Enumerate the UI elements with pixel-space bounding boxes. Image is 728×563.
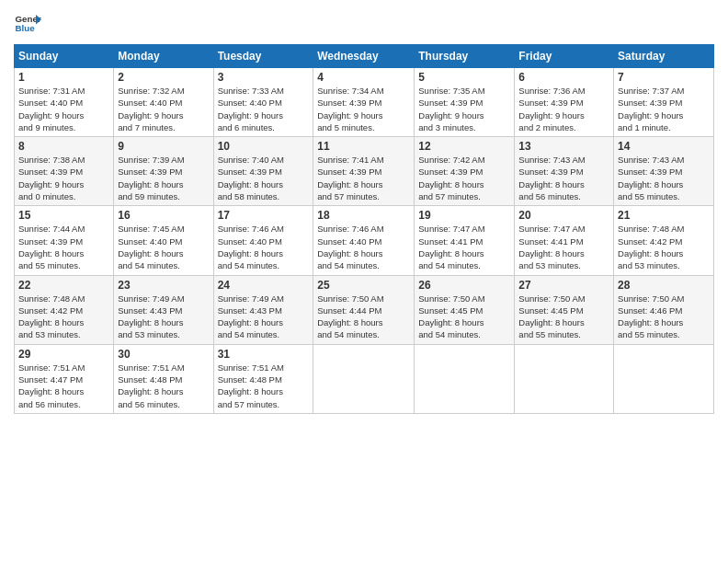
calendar-cell: 24Sunrise: 7:49 AM Sunset: 4:43 PM Dayli… [213,275,313,344]
calendar-cell: 14Sunrise: 7:43 AM Sunset: 4:39 PM Dayli… [614,137,714,206]
day-number: 31 [218,348,310,361]
day-info: Sunrise: 7:45 AM Sunset: 4:40 PM Dayligh… [118,223,209,271]
calendar-cell: 6Sunrise: 7:36 AM Sunset: 4:39 PM Daylig… [515,68,614,137]
calendar-cell: 3Sunrise: 7:33 AM Sunset: 4:40 PM Daylig… [213,68,313,137]
day-info: Sunrise: 7:51 AM Sunset: 4:48 PM Dayligh… [218,362,310,410]
day-info: Sunrise: 7:38 AM Sunset: 4:39 PM Dayligh… [18,154,109,202]
calendar-cell: 26Sunrise: 7:50 AM Sunset: 4:45 PM Dayli… [415,275,515,344]
day-number: 15 [18,209,109,222]
calendar-cell: 15Sunrise: 7:44 AM Sunset: 4:39 PM Dayli… [15,206,114,275]
calendar-cell: 11Sunrise: 7:41 AM Sunset: 4:39 PM Dayli… [313,137,415,206]
day-number: 21 [618,209,710,222]
day-number: 17 [218,209,310,222]
day-number: 14 [618,140,710,153]
calendar-cell: 17Sunrise: 7:46 AM Sunset: 4:40 PM Dayli… [213,206,313,275]
day-number: 12 [418,140,510,153]
day-info: Sunrise: 7:43 AM Sunset: 4:39 PM Dayligh… [618,154,710,202]
day-number: 25 [317,279,410,292]
day-info: Sunrise: 7:37 AM Sunset: 4:39 PM Dayligh… [618,85,710,133]
day-number: 5 [418,71,510,84]
calendar-week-row: 15Sunrise: 7:44 AM Sunset: 4:39 PM Dayli… [15,206,714,275]
day-number: 11 [317,140,410,153]
dow-header: Monday [114,45,213,68]
day-number: 19 [418,209,510,222]
day-number: 27 [518,279,609,292]
calendar-body: 1Sunrise: 7:31 AM Sunset: 4:40 PM Daylig… [15,68,714,414]
day-info: Sunrise: 7:44 AM Sunset: 4:39 PM Dayligh… [18,223,109,271]
calendar-cell [614,344,714,413]
day-info: Sunrise: 7:46 AM Sunset: 4:40 PM Dayligh… [317,223,410,271]
calendar-cell: 9Sunrise: 7:39 AM Sunset: 4:39 PM Daylig… [114,137,213,206]
calendar-week-row: 8Sunrise: 7:38 AM Sunset: 4:39 PM Daylig… [15,137,714,206]
calendar-cell [515,344,614,413]
day-info: Sunrise: 7:50 AM Sunset: 4:46 PM Dayligh… [618,293,710,341]
dow-header: Sunday [15,45,114,68]
days-of-week-row: SundayMondayTuesdayWednesdayThursdayFrid… [15,45,714,68]
calendar-week-row: 22Sunrise: 7:48 AM Sunset: 4:42 PM Dayli… [15,275,714,344]
calendar-cell: 20Sunrise: 7:47 AM Sunset: 4:41 PM Dayli… [515,206,614,275]
day-info: Sunrise: 7:50 AM Sunset: 4:45 PM Dayligh… [418,293,510,341]
day-info: Sunrise: 7:34 AM Sunset: 4:39 PM Dayligh… [317,85,410,133]
calendar-cell: 25Sunrise: 7:50 AM Sunset: 4:44 PM Dayli… [313,275,415,344]
day-info: Sunrise: 7:40 AM Sunset: 4:39 PM Dayligh… [218,154,310,202]
day-info: Sunrise: 7:33 AM Sunset: 4:40 PM Dayligh… [218,85,310,133]
day-info: Sunrise: 7:51 AM Sunset: 4:48 PM Dayligh… [118,362,209,410]
dow-header: Thursday [415,45,515,68]
day-info: Sunrise: 7:35 AM Sunset: 4:39 PM Dayligh… [418,85,510,133]
calendar-cell: 22Sunrise: 7:48 AM Sunset: 4:42 PM Dayli… [15,275,114,344]
calendar-cell: 13Sunrise: 7:43 AM Sunset: 4:39 PM Dayli… [515,137,614,206]
day-number: 1 [18,71,109,84]
calendar-week-row: 29Sunrise: 7:51 AM Sunset: 4:47 PM Dayli… [15,344,714,413]
day-number: 26 [418,279,510,292]
day-number: 22 [18,279,109,292]
day-info: Sunrise: 7:47 AM Sunset: 4:41 PM Dayligh… [518,223,609,271]
day-number: 6 [518,71,609,84]
calendar-cell: 8Sunrise: 7:38 AM Sunset: 4:39 PM Daylig… [15,137,114,206]
day-number: 2 [118,71,209,84]
svg-text:Blue: Blue [16,23,36,33]
calendar-cell [415,344,515,413]
day-number: 24 [218,279,310,292]
day-info: Sunrise: 7:48 AM Sunset: 4:42 PM Dayligh… [18,293,109,341]
day-info: Sunrise: 7:39 AM Sunset: 4:39 PM Dayligh… [118,154,209,202]
day-number: 3 [218,71,310,84]
day-info: Sunrise: 7:32 AM Sunset: 4:40 PM Dayligh… [118,85,209,133]
day-info: Sunrise: 7:51 AM Sunset: 4:47 PM Dayligh… [18,362,109,410]
logo: General Blue [14,9,41,37]
day-number: 8 [18,140,109,153]
page-header: General Blue [14,9,714,37]
day-info: Sunrise: 7:49 AM Sunset: 4:43 PM Dayligh… [118,293,209,341]
calendar-cell: 4Sunrise: 7:34 AM Sunset: 4:39 PM Daylig… [313,68,415,137]
calendar-cell: 5Sunrise: 7:35 AM Sunset: 4:39 PM Daylig… [415,68,515,137]
day-number: 4 [317,71,410,84]
calendar-table: SundayMondayTuesdayWednesdayThursdayFrid… [14,44,714,414]
day-number: 7 [618,71,710,84]
calendar-week-row: 1Sunrise: 7:31 AM Sunset: 4:40 PM Daylig… [15,68,714,137]
day-number: 23 [118,279,209,292]
calendar-cell: 18Sunrise: 7:46 AM Sunset: 4:40 PM Dayli… [313,206,415,275]
day-info: Sunrise: 7:46 AM Sunset: 4:40 PM Dayligh… [218,223,310,271]
calendar-cell: 21Sunrise: 7:48 AM Sunset: 4:42 PM Dayli… [614,206,714,275]
day-number: 18 [317,209,410,222]
calendar-cell: 1Sunrise: 7:31 AM Sunset: 4:40 PM Daylig… [15,68,114,137]
day-info: Sunrise: 7:50 AM Sunset: 4:45 PM Dayligh… [518,293,609,341]
calendar-cell: 10Sunrise: 7:40 AM Sunset: 4:39 PM Dayli… [213,137,313,206]
day-info: Sunrise: 7:36 AM Sunset: 4:39 PM Dayligh… [518,85,609,133]
day-number: 13 [518,140,609,153]
dow-header: Tuesday [213,45,313,68]
dow-header: Friday [515,45,614,68]
day-number: 28 [618,279,710,292]
day-info: Sunrise: 7:47 AM Sunset: 4:41 PM Dayligh… [418,223,510,271]
calendar-cell: 28Sunrise: 7:50 AM Sunset: 4:46 PM Dayli… [614,275,714,344]
calendar-cell: 31Sunrise: 7:51 AM Sunset: 4:48 PM Dayli… [213,344,313,413]
day-info: Sunrise: 7:48 AM Sunset: 4:42 PM Dayligh… [618,223,710,271]
day-number: 10 [218,140,310,153]
day-info: Sunrise: 7:49 AM Sunset: 4:43 PM Dayligh… [218,293,310,341]
day-info: Sunrise: 7:42 AM Sunset: 4:39 PM Dayligh… [418,154,510,202]
day-info: Sunrise: 7:41 AM Sunset: 4:39 PM Dayligh… [317,154,410,202]
calendar-cell: 19Sunrise: 7:47 AM Sunset: 4:41 PM Dayli… [415,206,515,275]
calendar-cell [313,344,415,413]
dow-header: Wednesday [313,45,415,68]
day-number: 16 [118,209,209,222]
calendar-cell: 23Sunrise: 7:49 AM Sunset: 4:43 PM Dayli… [114,275,213,344]
